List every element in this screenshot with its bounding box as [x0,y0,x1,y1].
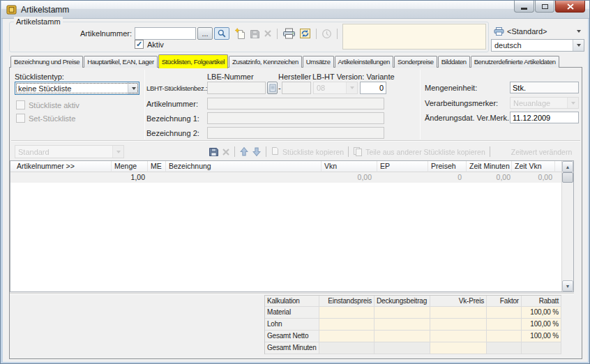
variant-combo[interactable]: Standard [15,145,124,158]
column-header-zeit-minuten[interactable]: Zeit Minuten [467,161,512,172]
tab-bilddaten[interactable]: Bilddaten [438,56,470,68]
refresh-button[interactable] [299,27,311,40]
panel-artikelnummer-input[interactable] [207,98,384,109]
kalk-cell-einstandspreis [319,342,375,354]
chevron-down-icon [577,30,581,33]
printer-selector[interactable]: <Standard> [491,25,584,38]
search-icon [217,29,227,38]
scrollbar-thumb[interactable] [562,172,573,183]
browse-button[interactable]: ... [197,27,213,40]
cell-vkn: 0,00 [322,172,377,183]
lbe-nummer-input[interactable] [207,82,266,94]
scroll-down-button[interactable]: ▼ [562,280,573,291]
kalk-cell-vk-preis [430,307,487,319]
lbe-lookup-button[interactable] [267,82,278,94]
close-button[interactable] [555,1,585,13]
version-combo-arrow[interactable] [346,82,357,93]
column-header-zeit-vkn[interactable]: Zeit Vkn [512,161,555,172]
window-title: Artikelstamm [21,5,69,15]
panel-artikelnummer-label: Artikelnummer: [146,98,198,110]
column-header-artikelnummer[interactable]: Artikelnummer >> [10,161,112,172]
printer-selector-arrow[interactable] [573,25,584,38]
bezeichnung1-label: Bezeichnung 1: [146,112,199,125]
search-button[interactable] [214,27,229,40]
copy-stueckliste-button[interactable]: Stückliste kopieren [271,146,344,158]
kalk-cell-deckungsbeitrag [375,307,430,319]
verarbeitungsmerker-arrow[interactable] [567,98,578,108]
tab-stuecklisten-folgeartikel[interactable]: Stücklisten, Folgeartikel [158,54,228,68]
horizontal-divider [10,293,574,294]
stuecklistentyp-combo[interactable]: keine Stückliste [15,82,139,95]
column-header-bezeichnung[interactable]: Bezeichnung [166,161,322,172]
move-down-button[interactable] [252,146,262,158]
column-header-ep[interactable]: EP [377,161,428,172]
mengeneinheit-field[interactable] [510,82,579,93]
history-clock-icon [322,29,332,39]
main-toolbar [235,26,355,40]
save-button[interactable] [250,27,260,40]
tab-zusatzinfo-kennzeichen[interactable]: Zusatzinfo, Kennzeichen [229,56,302,68]
lbe-dash: - [278,82,281,94]
artikelnummer-input[interactable] [135,27,196,40]
print-button[interactable] [282,27,296,40]
lbht-bez-label: LBHT-Stücklistenbez.: [146,82,207,95]
scroll-up-icon: ▲ [566,165,570,169]
kalk-cell-rabatt: 100,00 % [522,331,561,342]
check-icon: ✓ [136,40,142,48]
bezeichnung1-input[interactable] [207,112,384,124]
column-header-me[interactable]: ME [148,161,166,172]
section-divider [420,70,421,139]
column-header-preiseh[interactable]: Preiseh [428,161,467,172]
minimize-button[interactable] [514,1,534,13]
list-save-button[interactable] [209,146,219,158]
aenderungsdat-field[interactable] [510,112,579,123]
stuecklistentyp-arrow[interactable] [128,82,139,94]
language-selector[interactable]: deutsch [491,39,584,52]
cell-menge: 1,00 [112,172,148,183]
column-header-menge[interactable]: Menge [112,161,148,172]
version-combo[interactable]: 08 [313,82,358,94]
kalk-cell-rabatt: 100,00 % [522,319,561,331]
copy-stueckliste-label: Stückliste kopieren [282,148,344,156]
kalk-row-label: Gesamt Minuten [265,342,319,354]
tab-hauptartikel-ean-lager[interactable]: Hauptartikel, EAN, Lager [84,56,157,68]
grid-scrollbar[interactable]: ▲ ▼ [561,161,573,291]
kalk-header-deckungsbeitrag: Deckungsbeitrag [375,296,430,307]
kalk-cell-faktor [487,342,522,354]
bezeichnung2-input[interactable] [207,127,384,139]
list-delete-button[interactable] [222,146,230,158]
app-icon [6,5,17,15]
language-selector-arrow[interactable] [573,40,584,51]
zeitwert-button[interactable]: Zeitwert verändern [511,146,573,158]
info-note-box[interactable] [342,24,486,50]
maximize-button[interactable] [535,1,554,13]
move-up-button[interactable] [239,146,249,158]
history-button[interactable] [322,27,332,40]
aktiv-checkbox[interactable]: ✓ [135,40,144,49]
tab-bezeichnung-und-preise[interactable]: Bezeichnung und Preise [10,56,83,68]
variante-input[interactable] [360,82,386,94]
new-document-icon [235,28,246,40]
tab-umsaetze[interactable]: Umsätze [303,56,334,68]
verarbeitungsmerker-combo[interactable]: Neuanlage [510,97,579,109]
copy-page-icon [271,146,280,157]
set-stueckliste-label: Set-Stückliste [29,112,75,125]
kalk-cell-vk-preis [430,342,487,354]
grid-summary-row[interactable]: 1,00 0,00 0 0,00 0,00 [10,172,563,183]
set-stueckliste-checkbox[interactable] [16,114,25,123]
tab-sonderpreise[interactable]: Sonderpreise [394,56,437,68]
scroll-up-button[interactable]: ▲ [562,161,573,172]
stueckliste-aktiv-checkbox[interactable] [16,100,25,109]
new-record-button[interactable] [235,27,246,40]
chevron-down-icon [571,102,575,105]
kalk-header-kalkulation: Kalkulation [265,296,319,307]
delete-button[interactable] [264,27,272,40]
tab-benutzerdefinierte-artikeldaten[interactable]: Benutzerdefinierte Artikeldaten [471,56,559,68]
variant-combo-arrow[interactable] [112,146,123,158]
copy-parts-button[interactable]: Teile aus anderer Stückliste kopieren [353,146,485,158]
tab-artikeleinstellungen[interactable]: Artikeleinstellungen [335,56,393,68]
column-header-vkn[interactable]: Vkn [322,161,377,172]
title-bar: Artikelstamm [1,1,590,19]
hersteller-input[interactable] [282,82,311,94]
kalk-cell-deckungsbeitrag [375,331,430,342]
